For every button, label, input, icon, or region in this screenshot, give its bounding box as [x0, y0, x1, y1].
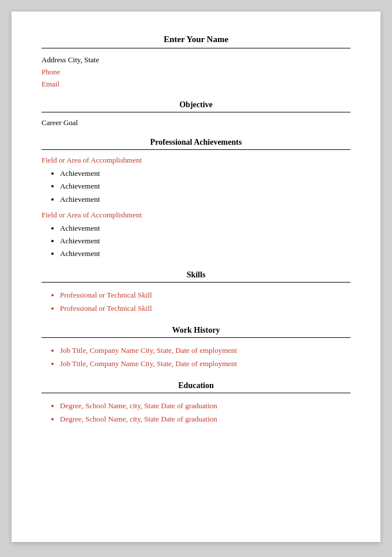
work-history-divider	[42, 337, 350, 338]
objective-divider	[42, 112, 350, 112]
achievements-divider	[42, 149, 350, 150]
career-goal-text: Career Goal	[42, 118, 350, 127]
skills-section: Skills Professional or Technical Skill P…	[42, 270, 350, 315]
phone-line: Phone	[42, 66, 350, 78]
education-section: Education Degree, School Name, city, Sta…	[42, 381, 350, 426]
achievement-1-1: Achievement	[60, 167, 350, 180]
achievements-section: Professional Achievements Field or Area …	[42, 138, 350, 260]
skill-1: Professional or Technical Skill	[60, 288, 350, 302]
work-history-section: Work History Job Title, Company Name Cit…	[42, 326, 350, 371]
skills-list: Professional or Technical Skill Professi…	[42, 288, 350, 315]
achievements-heading: Professional Achievements	[42, 138, 350, 147]
skills-divider	[42, 282, 350, 283]
achievement-2-3: Achievement	[60, 247, 350, 260]
work-item-2: Job Title, Company Name City, State, Dat…	[60, 357, 350, 370]
work-list: Job Title, Company Name City, State, Dat…	[42, 344, 350, 371]
objective-heading: Objective	[42, 100, 350, 110]
contact-block: Address City, State Phone Email	[42, 54, 350, 90]
objective-section: Objective Career Goal	[42, 100, 350, 127]
field-label-2: Field or Area of Accomplishment	[42, 210, 350, 220]
work-item-1: Job Title, Company Name City, State, Dat…	[60, 344, 350, 357]
work-history-heading: Work History	[42, 326, 350, 335]
name-divider	[42, 48, 350, 48]
email-line: Email	[42, 78, 350, 91]
address-line: Address City, State	[42, 54, 350, 66]
achievement-1-2: Achievement	[60, 180, 350, 193]
edu-item-1: Degree, School Name, city, State Date of…	[60, 399, 350, 412]
resume-name: Enter Your Name	[42, 35, 350, 44]
resume-page: Enter Your Name Address City, State Phon…	[12, 12, 380, 542]
achievements-list-2: Achievement Achievement Achievement	[42, 222, 350, 260]
achievement-2-2: Achievement	[60, 235, 350, 247]
skills-heading: Skills	[42, 270, 350, 280]
field-label-1: Field or Area of Accomplishment	[42, 156, 350, 165]
edu-item-2: Degree, School Name, city, State Date of…	[60, 412, 350, 426]
achievements-list-1: Achievement Achievement Achievement	[42, 167, 350, 205]
education-divider	[42, 393, 350, 393]
education-list: Degree, School Name, city, State Date of…	[42, 399, 350, 426]
skill-2: Professional or Technical Skill	[60, 302, 350, 315]
education-heading: Education	[42, 381, 350, 390]
achievement-1-3: Achievement	[60, 193, 350, 206]
achievement-2-1: Achievement	[60, 222, 350, 235]
